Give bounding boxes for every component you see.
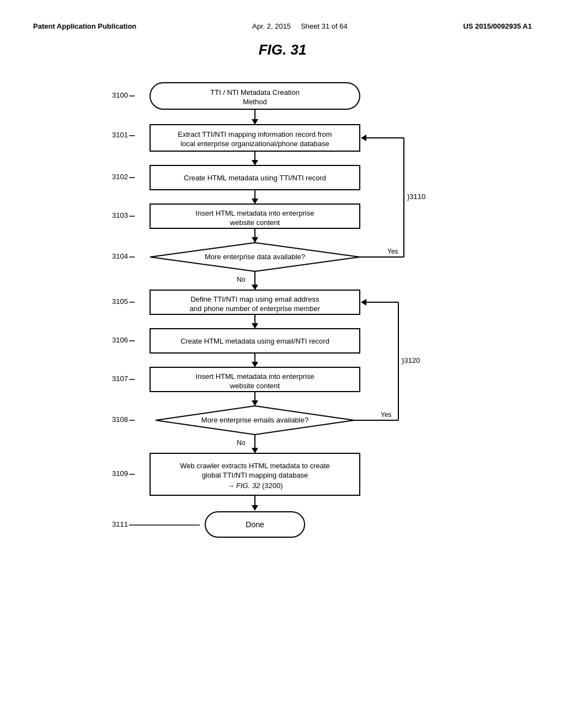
- header-sheet: Sheet 31 of 64: [301, 22, 348, 30]
- svg-text:3103: 3103: [112, 211, 128, 220]
- page: Patent Application Publication Apr. 2, 2…: [0, 0, 565, 728]
- svg-marker-33: [252, 285, 258, 290]
- svg-text:Extract TTI/NTI mapping inform: Extract TTI/NTI mapping information reco…: [178, 130, 332, 138]
- svg-text:→ FIG. 32 (3200): → FIG. 32 (3200): [227, 481, 282, 490]
- svg-marker-80: [252, 505, 258, 511]
- page-header: Patent Application Publication Apr. 2, 2…: [33, 22, 532, 30]
- svg-text:3101: 3101: [112, 131, 128, 139]
- svg-text:Insert HTML metadata into ente: Insert HTML metadata into enterprise: [196, 372, 315, 381]
- node-3105: 3105 Define TTI/NTI map using email addr…: [112, 290, 360, 314]
- svg-text:No: No: [237, 439, 246, 447]
- svg-text:website content: website content: [230, 382, 280, 390]
- svg-text:3106: 3106: [112, 336, 128, 344]
- svg-text:3104: 3104: [112, 252, 128, 260]
- svg-text:No: No: [237, 276, 246, 283]
- node-3104: 3104 More enterprise data available?: [112, 243, 360, 271]
- svg-text:TTI / NTI Metadata Creation: TTI / NTI Metadata Creation: [210, 88, 300, 97]
- svg-text:Create HTML metadata using TTI: Create HTML metadata using TTI/NTI recor…: [184, 174, 326, 182]
- header-date: Apr. 2, 2015: [252, 22, 291, 30]
- svg-text:Create HTML metadata using ema: Create HTML metadata using email/NTI rec…: [180, 337, 329, 345]
- svg-text:}3110: }3110: [407, 192, 425, 201]
- svg-text:local enterprise organizationa: local enterprise organizational/phone da…: [180, 140, 329, 148]
- svg-text:3109: 3109: [112, 469, 128, 478]
- svg-marker-38: [361, 135, 366, 141]
- svg-text:3107: 3107: [112, 374, 128, 383]
- svg-text:}3120: }3120: [402, 356, 420, 365]
- figure-title: FIG. 31: [33, 41, 532, 58]
- svg-marker-13: [252, 160, 258, 165]
- node-3107: 3107 Insert HTML metadata into enterpris…: [112, 367, 360, 392]
- svg-text:Yes: Yes: [381, 411, 392, 419]
- flowchart: 3100 TTI / NTI Metadata Creation Method …: [95, 75, 470, 662]
- svg-text:More enterprise emails availab: More enterprise emails available?: [201, 416, 308, 424]
- svg-marker-71: [361, 299, 366, 306]
- svg-text:and phone number of enterprise: and phone number of enterprise member: [190, 304, 321, 313]
- node-3109: 3109 Web crawler extracts HTML metadata …: [112, 453, 360, 495]
- svg-text:global TTI/NTI mapping databas: global TTI/NTI mapping database: [202, 471, 308, 479]
- header-date-sheet: Apr. 2, 2015 Sheet 31 of 64: [252, 22, 348, 30]
- header-patent-number: US 2015/0092935 A1: [463, 22, 532, 30]
- node-3103: 3103 Insert HTML metadata into enterpris…: [112, 204, 360, 228]
- svg-marker-66: [252, 448, 258, 453]
- svg-text:Insert HTML metadata into ente: Insert HTML metadata into enterprise: [196, 209, 315, 217]
- node-3101: 3101 Extract TTI/NTI mapping information…: [112, 125, 360, 151]
- svg-text:Yes: Yes: [387, 248, 398, 255]
- node-3108: 3108 More enterprise emails available?: [112, 406, 354, 435]
- svg-text:3111: 3111: [112, 520, 128, 528]
- svg-text:Method: Method: [243, 98, 266, 106]
- node-3102: 3102 Create HTML metadata using TTI/NTI …: [112, 165, 360, 190]
- header-publication: Patent Application Publication: [33, 22, 136, 30]
- svg-marker-46: [252, 323, 258, 329]
- svg-marker-26: [252, 237, 258, 243]
- svg-marker-52: [252, 362, 258, 367]
- svg-marker-59: [252, 400, 258, 406]
- svg-text:Web crawler extracts HTML meta: Web crawler extracts HTML metadata to cr…: [180, 462, 330, 470]
- svg-text:Done: Done: [246, 520, 264, 529]
- svg-text:Define TTI/NTI map using email: Define TTI/NTI map using email address: [190, 295, 319, 303]
- node-3106: 3106 Create HTML metadata using email/NT…: [112, 329, 360, 353]
- svg-text:website content: website content: [230, 218, 280, 227]
- svg-marker-19: [252, 199, 258, 204]
- svg-text:More enterprise data available: More enterprise data available?: [205, 253, 305, 261]
- svg-text:3108: 3108: [112, 415, 128, 424]
- svg-text:3105: 3105: [112, 297, 128, 306]
- svg-text:3102: 3102: [112, 173, 128, 181]
- node-3100: 3100 TTI / NTI Metadata Creation Method: [112, 83, 360, 109]
- node-3111: 3111 Done: [112, 512, 305, 537]
- svg-marker-6: [252, 119, 258, 125]
